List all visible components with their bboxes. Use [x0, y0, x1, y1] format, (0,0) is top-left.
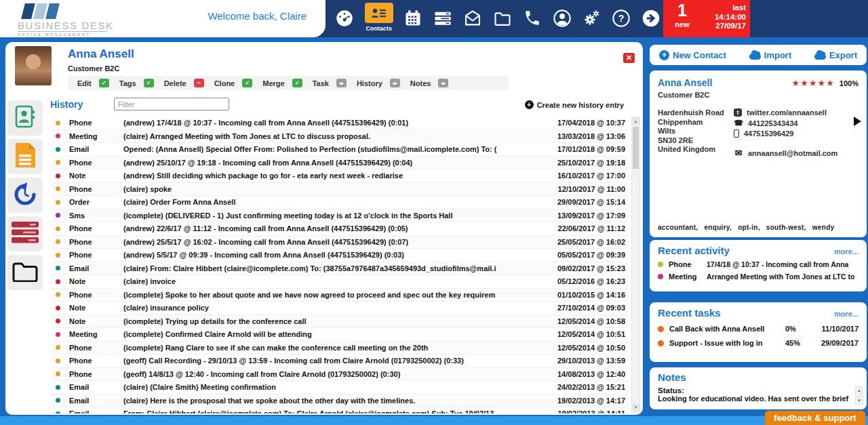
history-row[interactable]: Note (icomplete) Trying up details for t… [52, 315, 628, 329]
toolbar-item-label: Merge [262, 79, 284, 87]
toolbar-item-badge-icon[interactable] [194, 79, 204, 87]
toolbar-item[interactable]: Task [313, 79, 347, 87]
nav-user[interactable] [551, 3, 573, 34]
toolbar-item[interactable]: Delete [164, 79, 204, 87]
recent-tasks-more-link[interactable]: more... [834, 310, 859, 318]
nav-lists[interactable] [432, 3, 454, 34]
nav-contacts-active[interactable]: Contacts [363, 3, 395, 34]
toolbar-item[interactable]: History [357, 79, 400, 87]
history-entry-text: From: Claire Hibbert (claire@icomplete.c… [123, 409, 541, 413]
tab-records[interactable] [7, 216, 43, 251]
nav-folder[interactable] [492, 3, 513, 34]
action-button[interactable]: Export [814, 50, 857, 60]
task-item[interactable]: Support - Issue with log in 45% 29/09/20… [658, 339, 859, 347]
toolbar-item[interactable]: Merge [262, 79, 302, 87]
notes-scroll-down-icon[interactable]: ▼ [857, 399, 861, 403]
scroll-down-icon[interactable]: ▼ [632, 403, 639, 411]
nav-mail[interactable] [462, 3, 484, 34]
toolbar-item-badge-icon[interactable] [336, 79, 347, 87]
history-entry-date: 29/10/2013 @ 13:59 [541, 357, 628, 365]
history-row[interactable]: Email Opened: (Anna Ansell) Special Offe… [52, 143, 628, 157]
toolbar-item[interactable]: Edit [77, 79, 109, 87]
tab-files[interactable] [7, 255, 43, 290]
history-type-label: Sms [69, 211, 123, 220]
history-type-dot [56, 200, 60, 205]
tab-contact-details[interactable] [7, 100, 43, 136]
close-icon[interactable]: ✕ [623, 53, 635, 63]
task-item[interactable]: Call Back with Anna Ansell 0% 11/10/2017 [658, 325, 859, 333]
nav-dashboard[interactable] [334, 3, 355, 34]
nav-phone[interactable] [521, 3, 543, 34]
history-row[interactable]: Phone (geoff) 14/8/13 @ 12:40 - Incoming… [52, 368, 628, 382]
nav-go[interactable] [640, 3, 662, 34]
lists-icon [433, 9, 452, 28]
action-icon [749, 54, 761, 60]
history-row[interactable]: Note (claire) invoice 05/12/2016 @ 16:23 [52, 275, 628, 289]
action-button[interactable]: Import [749, 50, 791, 60]
toolbar-item[interactable]: Clone [214, 79, 253, 87]
toolbar-item-badge-icon[interactable] [144, 79, 154, 87]
history-row[interactable]: Phone (claire) spoke 12/10/2017 @ 11:00 [52, 183, 628, 197]
history-row[interactable]: Phone (andrew) 25/5/17 @ 16:02 - Incomin… [52, 236, 628, 249]
toolbar-item-badge-icon[interactable] [292, 79, 302, 87]
tab-documents[interactable] [7, 139, 43, 174]
tab-history[interactable] [7, 178, 43, 213]
activity-type-label: Phone [669, 260, 701, 268]
notes-scroll-up-icon[interactable]: ▲ [857, 388, 861, 392]
history-row[interactable]: Meeting (claire) Arranged Meeting with T… [52, 130, 628, 144]
history-row[interactable]: Phone (andrew) 25/10/17 @ 19:18 - Incomi… [52, 157, 628, 170]
contact-link-row[interactable]: 447515396429 [734, 129, 859, 138]
history-row[interactable]: Note (andrew) Still deciding which packa… [52, 169, 628, 183]
history-row[interactable]: Order (claire) Order Form Anna Ansell 29… [52, 196, 628, 209]
create-history-entry-link[interactable]: + Create new history entry [525, 100, 624, 109]
contact-tags: accountant, enquiry, opt-in, south-west,… [658, 224, 834, 231]
history-row[interactable]: Phone (icomplete) Rang Clare to see if s… [52, 342, 628, 355]
activity-item[interactable]: Phone 17/4/18 @ 10:37 - Incoming call fr… [658, 260, 859, 268]
history-row[interactable]: Note (claire) insurance policy 27/10/201… [52, 302, 628, 315]
activity-type-label: Meeting [669, 272, 701, 281]
history-entry-date: 24/02/2013 @ 15:21 [541, 383, 628, 391]
history-filter-input[interactable] [114, 98, 229, 110]
contact-link-row[interactable]: 441225343434 [734, 119, 859, 127]
history-entry-text: (claire) Order Form Anna Ansell [123, 198, 541, 206]
toolbar-item-badge-icon[interactable] [99, 79, 109, 87]
toolbar-item-badge-icon[interactable] [242, 79, 252, 87]
history-row[interactable]: Email (claire) Here is the prosposal tha… [52, 394, 628, 408]
history-type-label: Email [69, 383, 123, 391]
history-type-dot [56, 359, 60, 363]
history-row[interactable]: Phone (geoff) Call Recording - 29/10/13 … [52, 355, 628, 368]
nav-settings[interactable] [581, 3, 603, 34]
toolbar-item-badge-icon[interactable] [390, 79, 400, 87]
history-row[interactable]: Phone (andrew) 22/6/17 @ 11:12 - Incomin… [52, 222, 628, 236]
task-dot [658, 340, 664, 346]
history-row[interactable]: Phone (andrew) 17/4/18 @ 10:37 - Incomin… [52, 117, 628, 130]
nav-calendar[interactable] [403, 3, 425, 34]
toolbar-item[interactable]: Tags [119, 79, 154, 87]
activity-item[interactable]: Meeting Arranged Meeting with Tom Jones … [658, 272, 859, 281]
scrollbar-thumb[interactable] [633, 127, 639, 169]
toolbar-item-badge-icon[interactable] [438, 79, 448, 87]
history-row[interactable]: Sms (icomplete) (DELIVERED - 1) Just con… [52, 209, 628, 223]
history-entry-text: (claire) Here is the prosposal that we s… [123, 397, 541, 405]
scroll-up-icon[interactable]: ▲ [632, 117, 639, 125]
toolbar-item[interactable]: Notes [410, 79, 449, 87]
history-row[interactable]: Phone (icomplete) Spoke to her about quo… [52, 289, 628, 302]
feedback-support-button[interactable]: feedback & support [765, 411, 865, 425]
history-row[interactable]: Email From: Claire Hibbert (claire@icomp… [52, 407, 628, 413]
nav-help[interactable]: ? [610, 3, 632, 34]
history-row[interactable]: Email (claire) From: Claire Hibbert (cla… [52, 262, 628, 276]
recent-activity-more-link[interactable]: more... [834, 247, 859, 256]
history-row[interactable]: Email (claire) (Claire Smith) Meeting co… [52, 381, 628, 394]
history-entry-date: 12/05/2014 @ 10:51 [541, 330, 628, 338]
history-scrollbar[interactable]: ▲ ▼ [631, 117, 640, 412]
history-type-dot [56, 385, 60, 390]
play-icon[interactable] [854, 117, 861, 126]
contact-link-row[interactable]: twitter.com/annaansell [734, 108, 859, 117]
notification-alert[interactable]: 1 new last 14:14:00 27/09/17 [663, 0, 750, 37]
history-row[interactable]: Phone (andrew) 5/5/17 @ 09:39 - Incoming… [52, 249, 628, 262]
history-row[interactable]: Meeting (icomplete) Confirmed Claire Arn… [52, 328, 628, 342]
contact-email-row[interactable]: annaansell@hotmail.com [734, 148, 859, 157]
notes-scrollbar[interactable]: ▲ ▼ [855, 386, 863, 405]
history-entry-date: 13/09/2017 @ 17:09 [541, 211, 628, 220]
action-button[interactable]: New Contact [659, 50, 726, 60]
